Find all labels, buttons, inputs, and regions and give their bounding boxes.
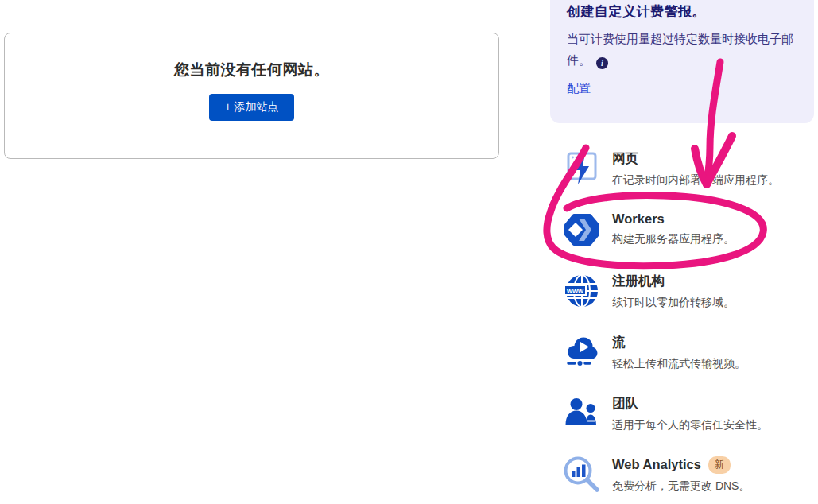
product-title: Workers [612,211,735,227]
product-item-web-analytics[interactable]: Web Analytics新 免费分析，无需更改 DNS。 [561,454,818,495]
workers-icon [561,209,603,250]
product-item-stream[interactable]: 流 轻松上传和流式传输视频。 [561,331,818,373]
product-desc: 轻松上传和流式传输视频。 [612,357,746,371]
product-item-teams[interactable]: 团队 适用于每个人的零信任安全性。 [561,393,818,434]
no-websites-card: 您当前没有任何网站。 + 添加站点 [4,33,499,159]
teams-icon [561,393,603,434]
web-analytics-icon [561,454,603,495]
product-desc: 构建无服务器应用程序。 [612,232,735,246]
billing-alert-card: 创建自定义计费警报。 当可计费使用量超过特定数量时接收电子邮件。i 配置 [550,0,814,123]
empty-state-title: 您当前没有任何网站。 [174,60,329,80]
product-list: 网页 在记录时间内部署前端应用程序。 Workers 构建无服务器应用程序。 [550,148,818,495]
configure-link[interactable]: 配置 [567,81,591,96]
add-site-button[interactable]: + 添加站点 [209,94,293,121]
pages-icon [561,148,603,189]
stream-icon [561,331,603,373]
info-icon[interactable]: i [596,57,608,69]
billing-alert-title: 创建自定义计费警报。 [567,0,798,21]
product-item-workers[interactable]: Workers 构建无服务器应用程序。 [561,209,818,250]
sidebar: 创建自定义计费警报。 当可计费使用量超过特定数量时接收电子邮件。i 配置 网页 … [550,0,818,504]
product-desc: 适用于每个人的零信任安全性。 [612,418,768,432]
product-title: 注册机构 [612,273,735,290]
product-desc: 免费分析，无需更改 DNS。 [612,479,750,494]
product-title: 流 [612,334,746,351]
product-title: Web Analytics新 [612,456,750,474]
product-item-registrar[interactable]: www 注册机构 续订时以零加价转移域。 [561,270,818,312]
billing-alert-body: 当可计费使用量超过特定数量时接收电子邮件。i [567,28,799,71]
product-title-text: Web Analytics [612,457,701,471]
product-item-pages[interactable]: 网页 在记录时间内部署前端应用程序。 [561,148,818,189]
product-desc: 在记录时间内部署前端应用程序。 [612,173,779,188]
product-desc: 续订时以零加价转移域。 [612,296,735,310]
product-title: 网页 [612,150,779,168]
product-title: 团队 [612,395,768,413]
registrar-www-label: www [566,287,584,295]
registrar-icon: www [561,270,603,312]
new-badge: 新 [708,456,731,474]
